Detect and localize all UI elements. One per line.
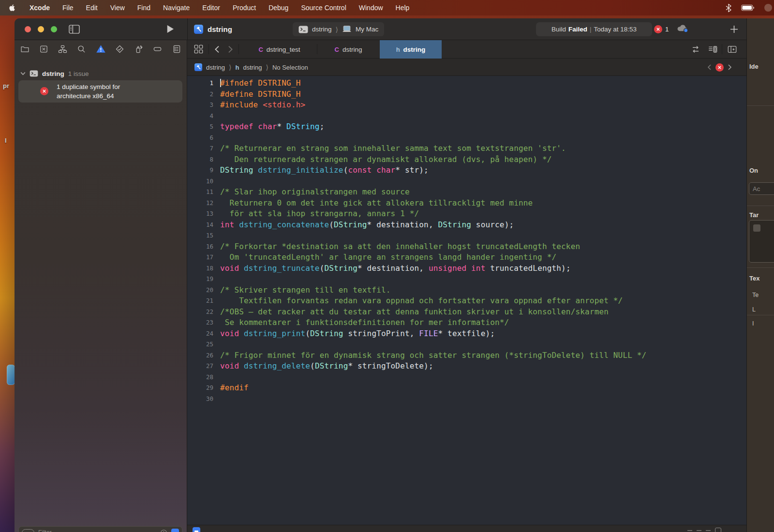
line-number[interactable]: 28	[187, 372, 213, 383]
breadcrumb-project[interactable]: dstring	[206, 64, 225, 71]
target-checkbox[interactable]	[753, 224, 760, 232]
close-window-button[interactable]	[25, 26, 31, 32]
code-line[interactable]: 11/* Slar ihop originalstrangen med sour…	[187, 187, 746, 198]
next-issue-icon[interactable]	[727, 64, 732, 71]
code-line[interactable]: 5typedef char* DString;	[187, 121, 746, 133]
line-number[interactable]: 26	[187, 350, 213, 361]
recent-issues-clock-icon[interactable]	[160, 529, 167, 532]
line-number[interactable]: 21	[187, 296, 213, 307]
line-number[interactable]: 24	[187, 328, 213, 340]
line-number[interactable]: 1	[187, 78, 213, 89]
code-line[interactable]: 16/* Forkortar *destination sa att den i…	[187, 241, 746, 252]
menu-item-file[interactable]: File	[56, 4, 80, 12]
zoom-window-button[interactable]	[51, 26, 57, 32]
code-line[interactable]: 29#endif	[187, 383, 746, 394]
previous-issue-icon[interactable]	[707, 64, 712, 71]
line-number[interactable]: 14	[187, 220, 213, 231]
line-number[interactable]: 4	[187, 111, 213, 122]
inspector-tags-field[interactable]: Ac	[749, 182, 774, 195]
line-number[interactable]: 13	[187, 208, 213, 220]
line-number[interactable]: 8	[187, 154, 213, 165]
editor-options-icon[interactable]	[708, 44, 718, 54]
toggle-navigator-icon[interactable]	[69, 25, 80, 34]
line-number[interactable]: 18	[187, 263, 213, 274]
line-number[interactable]: 23	[187, 317, 213, 328]
apple-menu[interactable]	[0, 4, 23, 12]
line-number[interactable]: 22	[187, 307, 213, 318]
code-line[interactable]: 19	[187, 274, 746, 285]
code-line[interactable]: 26/* Frigor minnet för en dynamisk stran…	[187, 350, 746, 361]
line-number[interactable]: 20	[187, 285, 213, 296]
breadcrumb-file[interactable]: dstring	[243, 64, 262, 71]
issue-list-item[interactable]: 1 duplicate symbol for architecture x86_…	[18, 80, 182, 103]
code-line[interactable]: 22/*OBS – det racker att du testar att d…	[187, 307, 746, 318]
tab-dstring-h[interactable]: hdstring	[380, 40, 442, 59]
add-editor-icon[interactable]	[727, 44, 737, 54]
line-number[interactable]: 7	[187, 143, 213, 154]
menu-item-find[interactable]: Find	[131, 4, 157, 12]
navigator-tab-breakpoints[interactable]	[152, 44, 163, 55]
line-number[interactable]: 29	[187, 383, 213, 394]
code-line[interactable]: 3#include <stdio.h>	[187, 100, 746, 111]
navigator-tab-issues[interactable]	[95, 44, 106, 55]
navigator-tab-find[interactable]	[76, 44, 87, 55]
related-items-grid-icon[interactable]	[194, 44, 204, 54]
line-number[interactable]: 9	[187, 165, 213, 176]
menu-item-debug[interactable]: Debug	[262, 4, 295, 12]
code-line[interactable]: 13 för att sla ihop strangarna, annars 1…	[187, 208, 746, 220]
navigator-tab-source-control[interactable]	[38, 44, 49, 55]
code-line[interactable]: 18void dstring_truncate(DString* destina…	[187, 263, 746, 274]
code-line[interactable]: 4	[187, 111, 746, 122]
line-number[interactable]: 16	[187, 241, 213, 252]
activity-status[interactable]: Build Failed | Today at 18:53	[536, 22, 652, 36]
code-line[interactable]: 15	[187, 230, 746, 241]
cloud-status-icon[interactable]	[676, 24, 689, 33]
line-number[interactable]: 25	[187, 339, 213, 350]
issue-group-row[interactable]: dstring 1 issue	[20, 68, 89, 79]
code-line[interactable]: 8 Den returnerade strangen ar dynamiskt …	[187, 154, 746, 165]
menu-item-window[interactable]: Window	[353, 4, 389, 12]
line-number[interactable]: 19	[187, 274, 213, 285]
line-number[interactable]: 15	[187, 230, 213, 241]
filter-scope-icon[interactable]	[22, 529, 34, 532]
line-number[interactable]: 11	[187, 187, 213, 198]
line-number[interactable]: 6	[187, 133, 213, 144]
disclosure-chevron-icon[interactable]	[20, 72, 26, 75]
tab-dstring[interactable]: Cdstring	[317, 40, 380, 59]
menu-item-editor[interactable]: Editor	[196, 4, 226, 12]
run-button[interactable]	[167, 25, 174, 33]
inspector-target-list[interactable]	[749, 220, 774, 263]
menu-item-edit[interactable]: Edit	[80, 4, 104, 12]
scheme-selector[interactable]: dstring ⟩ My Mac	[293, 22, 384, 36]
menu-item-view[interactable]: View	[104, 4, 131, 12]
line-number[interactable]: 5	[187, 121, 213, 133]
line-number[interactable]: 17	[187, 252, 213, 263]
line-number[interactable]: 27	[187, 361, 213, 372]
navigator-tab-symbols[interactable]	[58, 44, 68, 55]
code-line[interactable]: 10	[187, 176, 746, 187]
navigator-tab-project[interactable]	[19, 44, 30, 55]
code-line[interactable]: 7/* Returnerar en strang som innehaller …	[187, 143, 746, 154]
breadcrumb-selection[interactable]: No Selection	[272, 64, 308, 71]
code-line[interactable]: 30	[187, 394, 746, 405]
code-line[interactable]: 1#ifndef DSTRING_H	[187, 78, 746, 89]
code-review-swap-icon[interactable]	[691, 44, 700, 54]
go-forward-icon[interactable]	[226, 44, 235, 54]
menu-item-source-control[interactable]: Source Control	[295, 4, 352, 12]
go-back-icon[interactable]	[213, 44, 222, 54]
line-number[interactable]: 10	[187, 176, 213, 187]
code-line[interactable]: 20/* Skriver strangen till en textfil.	[187, 285, 746, 296]
code-line[interactable]: 14int dstring_concatenate(DString* desti…	[187, 220, 746, 231]
library-add-icon[interactable]	[729, 25, 739, 34]
navigator-tab-tests[interactable]	[114, 44, 125, 55]
menu-item-xcode[interactable]: Xcode	[23, 4, 56, 12]
menu-item-product[interactable]: Product	[226, 4, 262, 12]
adjust-editor-feedback-icon[interactable]	[193, 527, 200, 532]
source-code-editor[interactable]: 1#ifndef DSTRING_H2#define DSTRING_H3#in…	[187, 76, 746, 525]
code-line[interactable]: 25	[187, 339, 746, 350]
battery-icon[interactable]	[741, 4, 755, 11]
tab-dstring-test[interactable]: Cdstring_test	[242, 40, 317, 59]
code-line[interactable]: 6	[187, 133, 746, 144]
code-line[interactable]: 21 Textfilen forvantas redan vara oppnad…	[187, 296, 746, 307]
error-count-badge[interactable]: 1	[654, 18, 669, 40]
